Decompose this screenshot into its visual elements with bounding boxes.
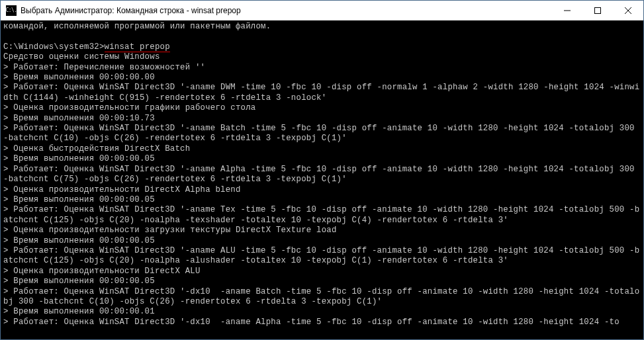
prompt-path: C:\Windows\system32>: [3, 42, 105, 52]
maximize-button[interactable]: [582, 1, 613, 20]
terminal-line: Средство оценки системы Windows: [3, 52, 641, 62]
terminal-line: > Работает: Оценка WinSAT Direct3D '-ana…: [3, 124, 641, 144]
terminal-line: > Оценка производительности графики рабо…: [3, 103, 641, 113]
maximize-icon: [594, 7, 601, 14]
svg-rect-0: [595, 7, 601, 13]
terminal-line: > Работает: Оценка WinSAT Direct3D '-ana…: [3, 83, 641, 103]
terminal-line: > Время выполнения 00:00:10.73: [3, 114, 641, 124]
terminal-line: > Работает: Оценка WinSAT Direct3D '-dx1…: [3, 318, 641, 327]
terminal-line: > Время выполнения 00:00:00.05: [3, 276, 641, 286]
titlebar[interactable]: C:\. Выбрать Администратор: Командная ст…: [1, 1, 643, 21]
close-icon: [625, 7, 631, 14]
terminal-line: > Оценка быстродействия DirectX Batch: [3, 144, 641, 154]
close-button[interactable]: [613, 1, 643, 20]
terminal-line: > Оценка производительности DirectX Alph…: [3, 185, 641, 195]
cmd-icon: C:\.: [6, 5, 17, 16]
terminal-line: > Работает: Оценка WinSAT Direct3D '-dx1…: [3, 287, 641, 308]
typed-command: winsat prepop: [105, 42, 170, 53]
cmd-window: C:\. Выбрать Администратор: Командная ст…: [0, 0, 644, 340]
terminal-output[interactable]: командой, исполняемой программой или пак…: [1, 21, 643, 339]
terminal-line: > Работает: Оценка WinSAT Direct3D '-ana…: [3, 205, 641, 226]
window-title: Выбрать Администратор: Командная строка …: [21, 6, 241, 15]
terminal-line: > Работает: Перечисление возможностей '': [3, 63, 641, 73]
terminal-line: > Время выполнения 00:00:00.05: [3, 154, 641, 164]
terminal-line: [3, 32, 641, 42]
minimize-button[interactable]: [552, 1, 582, 20]
terminal-line: командой, исполняемой программой или пак…: [3, 22, 641, 32]
terminal-line: > Время выполнения 00:00:00.05: [3, 195, 641, 205]
minimize-icon: [564, 7, 571, 14]
terminal-line: > Время выполнения 00:00:00.01: [3, 307, 641, 317]
window-controls: [552, 1, 643, 20]
terminal-line: > Работает: Оценка WinSAT Direct3D '-ana…: [3, 246, 641, 267]
prompt-line: C:\Windows\system32>winsat prepop: [3, 42, 641, 52]
terminal-line: > Оценка производительности DirectX ALU: [3, 267, 641, 276]
terminal-line: > Оценка производительности загрузки тек…: [3, 226, 641, 235]
terminal-line: > Работает: Оценка WinSAT Direct3D '-ana…: [3, 165, 641, 185]
terminal-line: > Время выполнения 00:00:00.00: [3, 73, 641, 83]
terminal-line: > Время выполнения 00:00:00.05: [3, 236, 641, 246]
